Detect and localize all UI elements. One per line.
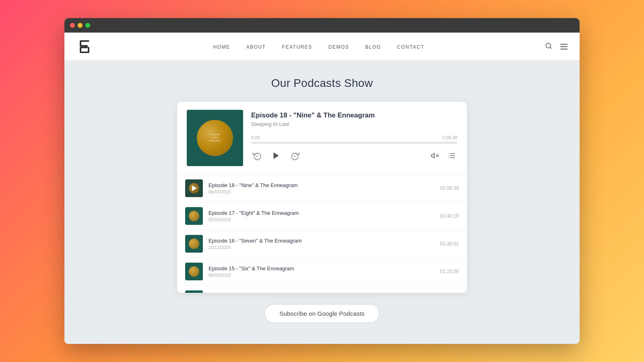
current-episode-subtitle: Sleeping At Last	[251, 121, 457, 127]
rewind-button[interactable]: 30	[251, 150, 263, 162]
play-triangle-icon	[192, 185, 197, 191]
episode-meta: Episode 18 - "Nine" & The Enneagram06/07…	[208, 182, 434, 194]
album-label: sleepingat lastPODCAST	[209, 133, 221, 142]
time-total: 2:06:39	[442, 135, 457, 140]
episode-duration: 01:25:09	[440, 269, 459, 274]
site-content: HOME ABOUT FEATURES DEMOS BLOG CONTACT	[64, 33, 580, 344]
episode-name: Episode 15 - "Six" & The Enneagram	[208, 265, 434, 272]
nav-about[interactable]: ABOUT	[246, 44, 266, 50]
search-icon[interactable]	[545, 42, 552, 51]
current-episode-title: Episode 18 - "Nine" & The Enneagram	[251, 111, 457, 119]
list-item[interactable]: Episode 15 - "Six" & The Enneagram08/03/…	[177, 258, 467, 286]
dot-yellow[interactable]	[78, 23, 83, 28]
episode-thumb	[185, 179, 203, 197]
site-logo[interactable]	[76, 39, 93, 55]
svg-line-1	[550, 47, 551, 48]
list-item[interactable]: Episode 14 - "June 30, 2018: PDS 70b - B…	[177, 286, 467, 293]
episode-thumb	[185, 207, 203, 225]
progress-bar-container[interactable]: 0:00 2:06:39	[251, 135, 457, 144]
nav-home[interactable]: HOME	[213, 44, 230, 50]
progress-times: 0:00 2:06:39	[251, 135, 457, 140]
playlist-button[interactable]	[446, 150, 457, 161]
nav-blog[interactable]: BLOG	[365, 44, 381, 50]
main-content: Our Podcasts Show sleepingat lastPODCAST…	[64, 61, 580, 344]
svg-text:30: 30	[256, 155, 258, 157]
episode-thumb	[185, 290, 203, 293]
podcast-card: sleepingat lastPODCAST Episode 18 - "Nin…	[177, 102, 467, 293]
episode-duration: 01:36:01	[440, 241, 459, 247]
dot-green[interactable]	[85, 23, 90, 28]
forward-button[interactable]: 30	[289, 150, 301, 162]
page-title: Our Podcasts Show	[271, 77, 373, 90]
nav-contact[interactable]: CONTACT	[397, 44, 425, 50]
episode-date: 10/12/2018	[208, 245, 434, 250]
dot-red[interactable]	[70, 23, 75, 28]
volume-button[interactable]	[429, 150, 440, 161]
svg-marker-5	[431, 153, 435, 158]
subscribe-section: Subscribe on Google Podcasts	[264, 304, 380, 323]
episode-date: 08/03/2018	[208, 273, 434, 278]
nav-right	[545, 42, 568, 51]
svg-marker-3	[274, 152, 279, 159]
episode-date: 06/07/2019	[208, 189, 434, 194]
play-overlay	[185, 179, 203, 197]
episode-meta: Episode 17 - "Eight" & The Enneagram02/1…	[208, 210, 434, 222]
episode-duration: 01:40:19	[440, 213, 459, 219]
navbar: HOME ABOUT FEATURES DEMOS BLOG CONTACT	[64, 33, 580, 61]
album-art: sleepingat lastPODCAST	[187, 110, 243, 166]
play-button[interactable]	[269, 148, 283, 163]
svg-text:30: 30	[293, 155, 296, 157]
episode-thumb	[185, 235, 203, 253]
browser-titlebar	[64, 18, 580, 33]
album-circle: sleepingat lastPODCAST	[197, 120, 233, 156]
episode-date: 02/15/2019	[208, 217, 434, 222]
browser-window: HOME ABOUT FEATURES DEMOS BLOG CONTACT	[64, 18, 580, 344]
list-item[interactable]: Episode 17 - "Eight" & The Enneagram02/1…	[177, 202, 467, 230]
nav-demos[interactable]: DEMOS	[328, 44, 349, 50]
episode-meta: Episode 16 - "Seven" & The Enneagram10/1…	[208, 238, 434, 250]
progress-bar[interactable]	[251, 142, 457, 144]
player-controls: 30	[251, 148, 457, 163]
list-item[interactable]: Episode 18 - "Nine" & The Enneagram06/07…	[177, 175, 467, 202]
episode-thumb	[185, 263, 203, 280]
menu-icon[interactable]	[560, 44, 568, 49]
nav-features[interactable]: FEATURES	[282, 44, 312, 50]
time-current: 0:00	[251, 135, 260, 140]
player-info: Episode 18 - "Nine" & The Enneagram Slee…	[251, 110, 457, 163]
episode-name: Episode 16 - "Seven" & The Enneagram	[208, 238, 434, 244]
episode-name: Episode 18 - "Nine" & The Enneagram	[208, 182, 434, 188]
episode-duration: 02:06:39	[440, 185, 459, 191]
episode-name: Episode 17 - "Eight" & The Enneagram	[208, 210, 434, 216]
list-item[interactable]: Episode 16 - "Seven" & The Enneagram10/1…	[177, 230, 467, 258]
episode-meta: Episode 15 - "Six" & The Enneagram08/03/…	[208, 265, 434, 278]
episode-list[interactable]: Episode 18 - "Nine" & The Enneagram06/07…	[177, 174, 467, 293]
player-top: sleepingat lastPODCAST Episode 18 - "Nin…	[177, 102, 467, 174]
controls-right	[429, 150, 457, 161]
nav-links: HOME ABOUT FEATURES DEMOS BLOG CONTACT	[93, 43, 545, 50]
subscribe-button[interactable]: Subscribe on Google Podcasts	[264, 304, 380, 323]
